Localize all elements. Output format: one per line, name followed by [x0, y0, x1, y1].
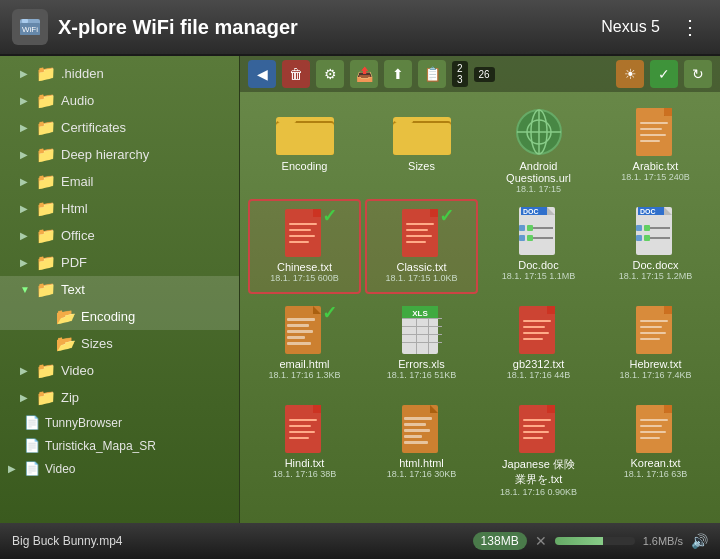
toolbar-nav-btn[interactable]: ◀	[248, 60, 276, 88]
file-meta-label: 18.1. 17:16 0.90KB	[500, 487, 577, 497]
sidebar-item-label: Video	[45, 462, 75, 476]
file-item-encoding-folder[interactable]: Encoding	[248, 100, 361, 195]
svg-rect-11	[395, 117, 413, 123]
file-meta-label: 18.1. 17:15 1.1MB	[502, 271, 576, 281]
toolbar-settings-btn[interactable]: ⚙	[316, 60, 344, 88]
sidebar-item-label: .hidden	[61, 66, 104, 81]
sidebar-item-audio[interactable]: ▶📁Audio	[0, 87, 239, 114]
file-icon	[392, 403, 452, 455]
file-icon	[275, 403, 335, 455]
svg-text:WiFi: WiFi	[22, 25, 38, 34]
file-item-android-questions[interactable]: Android Questions.url18.1. 17:15	[482, 100, 595, 195]
sidebar-item-zip[interactable]: ▶📁Zip	[0, 384, 239, 411]
svg-rect-39	[406, 241, 426, 243]
main-area: ▶📁.hidden▶📁Audio▶📁Certificates▶📁Deep hie…	[0, 56, 720, 523]
sidebar: ▶📁.hidden▶📁Audio▶📁Certificates▶📁Deep hie…	[0, 56, 240, 523]
svg-rect-75	[428, 318, 429, 354]
file-item-classic-txt[interactable]: ✓Classic.txt18.1. 17:15 1.0KB	[365, 199, 478, 294]
file-icon	[509, 403, 569, 455]
svg-rect-107	[547, 405, 555, 413]
toolbar-sort-btn[interactable]: ☀	[616, 60, 644, 88]
file-item-doc-doc[interactable]: DOC Doc.doc18.1. 17:15 1.1MB	[482, 199, 595, 294]
svg-rect-22	[640, 122, 668, 124]
svg-rect-111	[523, 437, 543, 439]
sidebar-item-text[interactable]: ▼📁Text	[0, 276, 239, 303]
sidebar-item-label: Certificates	[61, 120, 126, 135]
svg-rect-47	[527, 235, 533, 241]
svg-rect-90	[640, 338, 660, 340]
file-item-email-html[interactable]: ✓email.html18.1. 17:16 1.3KB	[248, 298, 361, 393]
sidebar-item-deep-hierarchy[interactable]: ▶📁Deep hierarchy	[0, 141, 239, 168]
sidebar-item-hidden[interactable]: ▶📁.hidden	[0, 60, 239, 87]
file-item-chinese-txt[interactable]: ✓Chinese.txt18.1. 17:15 600B	[248, 199, 361, 294]
file-item-sizes-folder[interactable]: Sizes	[365, 100, 478, 195]
file-item-korean-txt[interactable]: Korean.txt18.1. 17:16 63B	[599, 397, 712, 492]
svg-rect-101	[404, 423, 426, 426]
svg-rect-65	[287, 336, 305, 339]
check-mark-icon: ✓	[322, 205, 337, 227]
svg-rect-95	[289, 425, 311, 427]
toolbar-refresh-btn[interactable]: ↻	[684, 60, 712, 88]
sidebar-item-encoding[interactable]: 📂Encoding	[0, 303, 239, 330]
sidebar-item-label: Email	[61, 174, 94, 189]
svg-rect-29	[289, 223, 317, 225]
sidebar-item-pdf[interactable]: ▶📁PDF	[0, 249, 239, 276]
svg-text:XLS: XLS	[412, 309, 428, 318]
toolbar-delete-btn[interactable]: 🗑	[282, 60, 310, 88]
sidebar-item-certificates[interactable]: ▶📁Certificates	[0, 114, 239, 141]
folder-icon: 📁	[36, 361, 56, 380]
file-meta-label: 18.1. 17:16 63B	[624, 469, 688, 479]
file-item-hindi-txt[interactable]: Hindi.txt18.1. 17:16 38B	[248, 397, 361, 492]
app-icon: WiFi	[12, 9, 48, 45]
folder-arrow-icon: ▶	[20, 365, 32, 377]
toolbar-copy-btn[interactable]: 📋	[418, 60, 446, 88]
svg-rect-28	[313, 209, 321, 217]
svg-text:DOC: DOC	[523, 208, 539, 215]
file-item-html-html[interactable]: html.html18.1. 17:16 30KB	[365, 397, 478, 492]
toolbar-share-btn[interactable]: 📤	[350, 60, 378, 88]
toolbar-up-btn[interactable]: ⬆	[384, 60, 412, 88]
file-item-arabic-txt[interactable]: Arabic.txt18.1. 17:15 240B	[599, 100, 712, 195]
svg-rect-74	[416, 318, 417, 354]
svg-rect-45	[527, 225, 533, 231]
svg-rect-104	[404, 441, 428, 444]
sidebar-item-tunny-browser[interactable]: 📄TunnyBrowser	[0, 411, 239, 434]
file-item-japanese-txt[interactable]: Japanese 保険業界を.txt18.1. 17:16 0.90KB	[482, 397, 595, 492]
toolbar-check-btn[interactable]: ✓	[650, 60, 678, 88]
svg-rect-2	[22, 19, 28, 23]
file-name-label: Hebrew.txt	[630, 358, 682, 370]
svg-rect-109	[523, 425, 545, 427]
file-item-gb2312-txt[interactable]: gb2312.txt18.1. 17:16 44B	[482, 298, 595, 393]
svg-rect-103	[404, 435, 422, 438]
sidebar-item-label: Sizes	[81, 336, 113, 351]
file-meta-label: 18.1. 17:15 1.2MB	[619, 271, 693, 281]
sidebar-item-html[interactable]: ▶📁Html	[0, 195, 239, 222]
svg-rect-59	[650, 237, 670, 239]
file-icon: XLS	[392, 304, 452, 356]
sidebar-item-turisticka-mapa[interactable]: 📄Turisticka_Mapa_SR	[0, 434, 239, 457]
folder-icon: 📁	[36, 91, 56, 110]
sidebar-item-email[interactable]: ▶📁Email	[0, 168, 239, 195]
sidebar-item-label: Deep hierarchy	[61, 147, 149, 162]
selection-counter: 2 3	[452, 61, 468, 87]
file-item-errors-xls[interactable]: XLS Errors.xls18.1. 17:16 51KB	[365, 298, 478, 393]
file-item-doc-docx[interactable]: DOC Doc.docx18.1. 17:15 1.2MB	[599, 199, 712, 294]
speaker-icon[interactable]: 🔊	[691, 533, 708, 549]
folder-icon: 📂	[56, 307, 76, 326]
file-icon	[509, 106, 569, 158]
svg-rect-93	[313, 405, 321, 413]
sidebar-item-label: Encoding	[81, 309, 135, 324]
file-icon: ✓	[392, 207, 452, 259]
sidebar-item-office[interactable]: ▶📁Office	[0, 222, 239, 249]
sidebar-item-video2[interactable]: ▶📄Video	[0, 457, 239, 480]
menu-button[interactable]: ⋮	[672, 11, 708, 43]
sidebar-item-video[interactable]: ▶📁Video	[0, 357, 239, 384]
file-item-hebrew-txt[interactable]: Hebrew.txt18.1. 17:16 7.4KB	[599, 298, 712, 393]
close-icon[interactable]: ✕	[535, 533, 547, 549]
svg-rect-37	[406, 229, 428, 231]
file-meta-label: 18.1. 17:16 38B	[273, 469, 337, 479]
file-name-label: Japanese 保険業界を.txt	[499, 457, 579, 487]
svg-rect-108	[523, 419, 551, 421]
folder-icon: 📁	[36, 172, 56, 191]
sidebar-item-sizes[interactable]: 📂Sizes	[0, 330, 239, 357]
